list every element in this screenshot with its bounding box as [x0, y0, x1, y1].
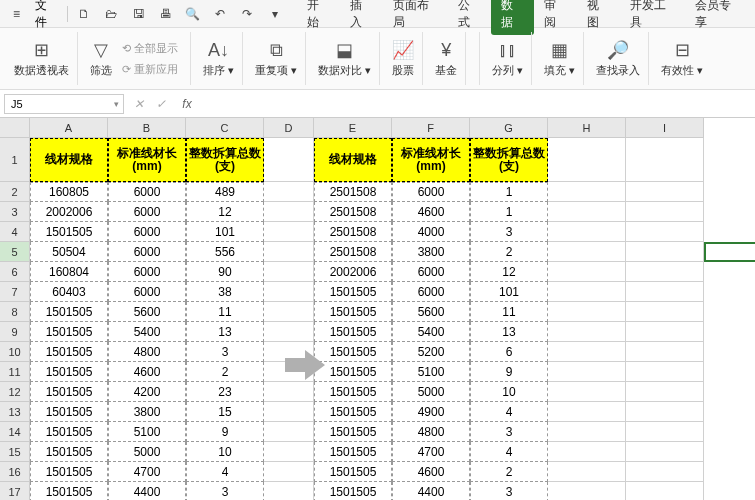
- table-left-cell[interactable]: 3: [186, 482, 264, 500]
- table-left-cell[interactable]: 6000: [108, 282, 186, 302]
- table-right-cell[interactable]: 6: [470, 342, 548, 362]
- cell-H-11[interactable]: [548, 362, 626, 382]
- cell-H-17[interactable]: [548, 482, 626, 500]
- table-right-cell[interactable]: 1501505: [314, 302, 392, 322]
- cell-H-5[interactable]: [548, 242, 626, 262]
- preview-icon[interactable]: 🔍: [180, 3, 205, 25]
- tab-2[interactable]: 页面布局: [383, 0, 449, 35]
- table-left-cell[interactable]: 6000: [108, 222, 186, 242]
- ribbon-pivot[interactable]: ⊞ 数据透视表: [6, 32, 78, 85]
- table-left-cell[interactable]: 1501505: [30, 442, 108, 462]
- col-header-A[interactable]: A: [30, 118, 108, 138]
- ribbon-split[interactable]: ⫿⫿ 分列 ▾: [484, 32, 532, 85]
- table-left-cell[interactable]: 1501505: [30, 482, 108, 500]
- table-left-cell[interactable]: 101: [186, 222, 264, 242]
- table-right-cell[interactable]: 1501505: [314, 402, 392, 422]
- table-right-cell[interactable]: 4400: [392, 482, 470, 500]
- cell-D-15[interactable]: [264, 442, 314, 462]
- table-right-cell[interactable]: 1501505: [314, 382, 392, 402]
- table-right-cell[interactable]: 4: [470, 442, 548, 462]
- row-header-8[interactable]: 8: [0, 302, 30, 322]
- cell-I-8[interactable]: [626, 302, 704, 322]
- table-left-cell[interactable]: 160804: [30, 262, 108, 282]
- cell-I-15[interactable]: [626, 442, 704, 462]
- cell-D-17[interactable]: [264, 482, 314, 500]
- cell-I-17[interactable]: [626, 482, 704, 500]
- row-header-14[interactable]: 14: [0, 422, 30, 442]
- table-left-cell[interactable]: 1501505: [30, 402, 108, 422]
- table-right-cell[interactable]: 4800: [392, 422, 470, 442]
- cell-D-13[interactable]: [264, 402, 314, 422]
- table-left-cell[interactable]: 38: [186, 282, 264, 302]
- cell-H-16[interactable]: [548, 462, 626, 482]
- undo-icon[interactable]: ↶: [208, 3, 233, 25]
- table-right-cell[interactable]: 1501505: [314, 482, 392, 500]
- table-right-cell[interactable]: 101: [470, 282, 548, 302]
- table-right-cell[interactable]: 4600: [392, 202, 470, 222]
- table-right-cell[interactable]: 2501508: [314, 242, 392, 262]
- cell-I-6[interactable]: [626, 262, 704, 282]
- cell-I-13[interactable]: [626, 402, 704, 422]
- table-left-cell[interactable]: 9: [186, 422, 264, 442]
- cancel-icon[interactable]: ✕: [128, 97, 150, 111]
- tab-1[interactable]: 插入: [340, 0, 383, 35]
- row-header-4[interactable]: 4: [0, 222, 30, 242]
- cell-H-12[interactable]: [548, 382, 626, 402]
- cell-H-14[interactable]: [548, 422, 626, 442]
- ribbon-fund[interactable]: ¥ 基金: [427, 32, 466, 85]
- name-box[interactable]: J5: [4, 94, 124, 114]
- cell-I-14[interactable]: [626, 422, 704, 442]
- table-right-cell[interactable]: 5400: [392, 322, 470, 342]
- table-right-cell[interactable]: 4000: [392, 222, 470, 242]
- table-left-cell[interactable]: 5100: [108, 422, 186, 442]
- table-left-header-1[interactable]: 标准线材长 (mm): [108, 138, 186, 182]
- table-right-cell[interactable]: 6000: [392, 182, 470, 202]
- ribbon-validate[interactable]: ⊟ 有效性 ▾: [653, 32, 711, 85]
- ribbon-lookup[interactable]: 🔎 查找录入: [588, 32, 649, 85]
- cell-H-2[interactable]: [548, 182, 626, 202]
- fx-button[interactable]: fx: [172, 97, 202, 111]
- table-right-cell[interactable]: 3800: [392, 242, 470, 262]
- col-header-G[interactable]: G: [470, 118, 548, 138]
- cell-H-10[interactable]: [548, 342, 626, 362]
- table-left-cell[interactable]: 1501505: [30, 342, 108, 362]
- cell-H-13[interactable]: [548, 402, 626, 422]
- table-left-cell[interactable]: 13: [186, 322, 264, 342]
- table-left-cell[interactable]: 160805: [30, 182, 108, 202]
- row-header-7[interactable]: 7: [0, 282, 30, 302]
- table-left-cell[interactable]: 6000: [108, 242, 186, 262]
- cell-D-8[interactable]: [264, 302, 314, 322]
- row-header-9[interactable]: 9: [0, 322, 30, 342]
- table-right-cell[interactable]: 11: [470, 302, 548, 322]
- table-right-cell[interactable]: 4600: [392, 462, 470, 482]
- row-header-17[interactable]: 17: [0, 482, 30, 500]
- ribbon-sort[interactable]: A↓ 排序 ▾: [195, 32, 243, 85]
- tab-4[interactable]: 数据: [491, 0, 534, 35]
- table-left-cell[interactable]: 15: [186, 402, 264, 422]
- table-left-cell[interactable]: 556: [186, 242, 264, 262]
- table-right-header-0[interactable]: 线材规格: [314, 138, 392, 182]
- row-header-6[interactable]: 6: [0, 262, 30, 282]
- cell-H-4[interactable]: [548, 222, 626, 242]
- cell-I-10[interactable]: [626, 342, 704, 362]
- ribbon-compare[interactable]: ⬓ 数据对比 ▾: [310, 32, 380, 85]
- tab-8[interactable]: 会员专享: [685, 0, 751, 35]
- cell-H-7[interactable]: [548, 282, 626, 302]
- row-header-10[interactable]: 10: [0, 342, 30, 362]
- table-left-cell[interactable]: 1501505: [30, 222, 108, 242]
- table-right-cell[interactable]: 2501508: [314, 202, 392, 222]
- table-left-cell[interactable]: 50504: [30, 242, 108, 262]
- table-left-cell[interactable]: 2002006: [30, 202, 108, 222]
- table-left-cell[interactable]: 2: [186, 362, 264, 382]
- col-header-I[interactable]: I: [626, 118, 704, 138]
- cell-H-9[interactable]: [548, 322, 626, 342]
- row-header-3[interactable]: 3: [0, 202, 30, 222]
- table-left-cell[interactable]: 4200: [108, 382, 186, 402]
- table-left-cell[interactable]: 4800: [108, 342, 186, 362]
- table-left-cell[interactable]: 90: [186, 262, 264, 282]
- table-left-cell[interactable]: 4700: [108, 462, 186, 482]
- table-left-cell[interactable]: 6000: [108, 202, 186, 222]
- table-right-cell[interactable]: 5100: [392, 362, 470, 382]
- table-left-cell[interactable]: 4600: [108, 362, 186, 382]
- table-right-cell[interactable]: 4700: [392, 442, 470, 462]
